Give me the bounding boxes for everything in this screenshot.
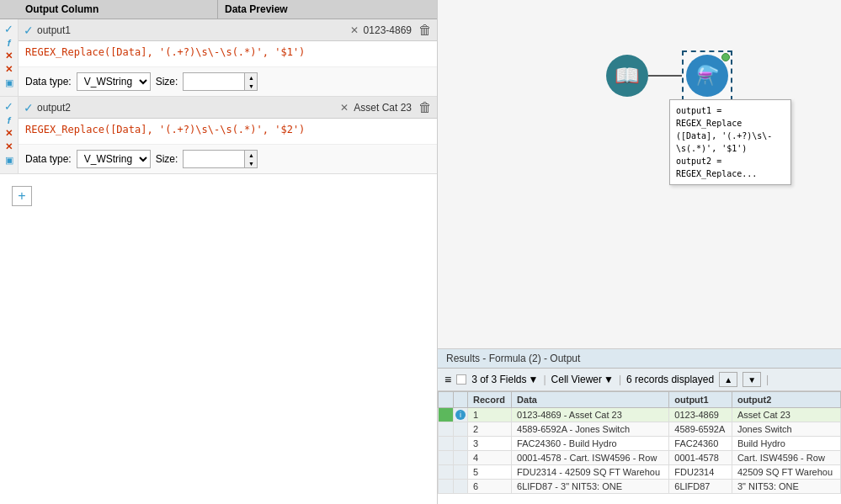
row-info: i xyxy=(454,408,468,422)
results-table-container[interactable]: Record Data output1 output2 i10123-4869 … xyxy=(438,391,841,494)
sort-asc-button[interactable]: ▲ xyxy=(719,372,737,387)
cell-data: 6LIFD87 - 3" NIT53: ONE xyxy=(512,480,669,494)
clear-btn-2[interactable]: ✕ xyxy=(340,102,349,114)
datatype-label-2: Data type: xyxy=(25,153,72,165)
results-panel: Results - Formula (2) - Output ≡ 3 of 3 … xyxy=(438,348,841,504)
size-label-1: Size: xyxy=(156,76,178,88)
formula-header-2: ✓ output2 ✕ Asset Cat 23 🗑 xyxy=(19,97,437,119)
spin-down-2[interactable]: ▼ xyxy=(245,159,257,167)
cell-output1: FDU2314 xyxy=(669,465,732,480)
delete-btn-2[interactable]: 🗑 xyxy=(418,100,432,115)
formula-header-1: ✓ output1 ✕ 0123-4869 🗑 xyxy=(19,19,437,41)
formula-row-2: ✓ f ✕ ✕ ▣ ✓ output2 ✕ Asset Cat 23 🗑 REG… xyxy=(0,97,437,174)
spin-up-1[interactable]: ▲ xyxy=(245,73,257,82)
formula-icon-2[interactable]: f xyxy=(8,115,11,125)
check-2: ✓ xyxy=(24,101,34,114)
x-icon-1[interactable]: ✕ xyxy=(5,50,13,61)
cell-record: 6 xyxy=(468,480,512,494)
row-indicator xyxy=(439,408,454,422)
checkbox-col xyxy=(456,374,466,385)
size-input-2[interactable]: 1073741823 xyxy=(184,151,244,167)
cell-output2: 3" NIT53: ONE xyxy=(732,480,840,494)
fields-label: 3 of 3 Fields xyxy=(471,374,526,385)
canvas-area: 📖 ⚗️ output1 = REGEX_Replace ([Data], '(… xyxy=(438,0,841,348)
th-record: Record xyxy=(468,392,512,408)
viewer-dropdown-icon: ▼ xyxy=(604,374,614,385)
th-output1: output1 xyxy=(669,392,732,408)
cell-output1: 6LIFD87 xyxy=(669,480,732,494)
separator-2: | xyxy=(619,374,621,385)
row-info xyxy=(454,480,468,494)
cell-output2: Jones Switch xyxy=(732,422,840,437)
fields-selector[interactable]: 3 of 3 Fields ▼ xyxy=(471,374,538,385)
book-icon: 📖 xyxy=(606,55,648,97)
preview-value-1: 0123-4869 xyxy=(364,24,412,36)
x-icon-3[interactable]: ✕ xyxy=(5,128,13,139)
table-row: 66LIFD87 - 3" NIT53: ONE6LIFD873" NIT53:… xyxy=(439,480,841,494)
output-name-1: output1 xyxy=(37,24,350,36)
row-indicator xyxy=(439,480,454,494)
cell-data: 4589-6592A - Jones Switch xyxy=(512,422,669,437)
x-icon-2[interactable]: ✕ xyxy=(5,64,13,75)
cell-data: 0001-4578 - Cart. ISW4596 - Row xyxy=(512,451,669,465)
datatype-row-2: Data type: V_WString String Int32 Size: … xyxy=(19,144,437,173)
formula-row-1: ✓ f ✕ ✕ ▣ ✓ output1 ✕ 0123-4869 🗑 REGEX_… xyxy=(0,19,437,97)
output-name-2: output2 xyxy=(37,102,340,114)
separator-1: | xyxy=(543,374,546,385)
formula-body-2: REGEX_Replace([Data], '(.+?)\s\-\s(.*)',… xyxy=(19,119,437,144)
cell-output1: 4589-6592A xyxy=(669,422,732,437)
checkmark-icon-1: ✓ xyxy=(4,23,13,35)
delete-btn-1[interactable]: 🗑 xyxy=(418,23,432,38)
th-info xyxy=(454,392,468,408)
table-row: 5FDU2314 - 42509 SQ FT WarehouFDU2314425… xyxy=(439,465,841,480)
separator-3: | xyxy=(766,374,769,385)
workflow-container: 📖 ⚗️ output1 = REGEX_Replace ([Data], '(… xyxy=(606,50,732,101)
add-row-section: + xyxy=(0,174,437,218)
size-input-1[interactable]: 1073741823 xyxy=(184,74,244,89)
size-label-2: Size: xyxy=(156,153,178,165)
status-dot xyxy=(721,53,730,61)
fields-dropdown-icon: ▼ xyxy=(529,374,539,385)
th-data: Data xyxy=(512,392,669,408)
row-info xyxy=(454,451,468,465)
table-row: 24589-6592A - Jones Switch4589-6592AJone… xyxy=(439,422,841,437)
datatype-select-1[interactable]: V_WString String Int32 xyxy=(77,72,151,91)
x-icon-4[interactable]: ✕ xyxy=(5,141,13,152)
cell-output2: Cart. ISW4596 - Row xyxy=(732,451,840,465)
box-icon-2[interactable]: ▣ xyxy=(5,155,13,166)
datatype-select-2[interactable]: V_WString String Int32 xyxy=(77,150,151,168)
right-panel: 📖 ⚗️ output1 = REGEX_Replace ([Data], '(… xyxy=(438,0,841,504)
output-column-header: Output Column xyxy=(19,0,217,19)
add-row-button[interactable]: + xyxy=(12,186,32,206)
connector-line xyxy=(648,75,682,77)
clear-btn-1[interactable]: ✕ xyxy=(350,24,359,36)
node-book[interactable]: 📖 xyxy=(606,55,648,97)
spin-up-2[interactable]: ▲ xyxy=(245,151,257,159)
sort-desc-button[interactable]: ▼ xyxy=(743,372,761,387)
row-info xyxy=(454,437,468,451)
cell-output2: Build Hydro xyxy=(732,437,840,451)
record-count: 6 records displayed xyxy=(626,374,714,385)
cell-record: 3 xyxy=(468,437,512,451)
node-formula[interactable]: ⚗️ output1 = REGEX_Replace ([Data], '(.+… xyxy=(682,50,732,101)
cell-record: 4 xyxy=(468,451,512,465)
row-indicator xyxy=(439,437,454,451)
left-panel: Output Column Data Preview ✓ f ✕ ✕ ▣ ✓ o… xyxy=(0,0,438,504)
cell-data: FDU2314 - 42509 SQ FT Warehou xyxy=(512,465,669,480)
formula-body-1: REGEX_Replace([Data], '(.+?)\s\-\s(.*)',… xyxy=(19,41,437,66)
cell-data: FAC24360 - Build Hydro xyxy=(512,437,669,451)
box-icon-1[interactable]: ▣ xyxy=(5,77,13,88)
row-indicator xyxy=(439,422,454,437)
cell-output1: FAC24360 xyxy=(669,437,732,451)
cell-record: 1 xyxy=(468,408,512,422)
spin-down-1[interactable]: ▼ xyxy=(245,82,257,90)
formula-icon-1[interactable]: f xyxy=(8,38,11,48)
hamburger-icon[interactable]: ≡ xyxy=(444,373,451,386)
datatype-label-1: Data type: xyxy=(25,76,72,88)
cell-output1: 0001-4578 xyxy=(669,451,732,465)
row-info xyxy=(454,465,468,480)
cell-output2: Asset Cat 23 xyxy=(732,408,840,422)
preview-value-2: Asset Cat 23 xyxy=(354,102,412,114)
table-row: i10123-4869 - Asset Cat 230123-4869Asset… xyxy=(439,408,841,422)
viewer-selector[interactable]: Cell Viewer ▼ xyxy=(551,374,614,385)
